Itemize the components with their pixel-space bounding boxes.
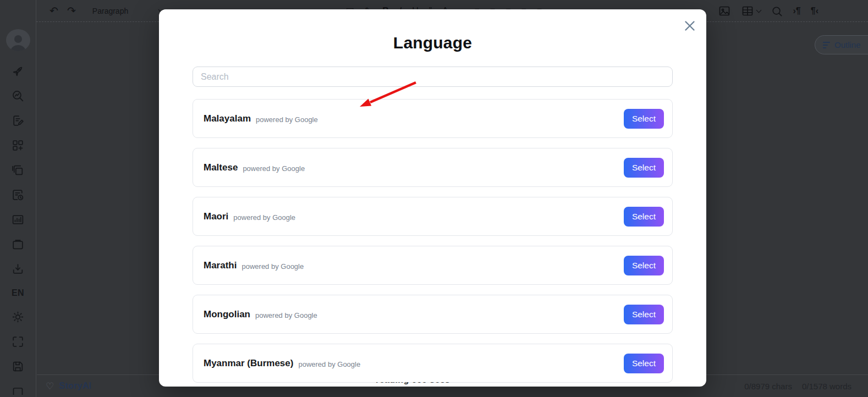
rocket-icon[interactable] xyxy=(11,64,25,78)
search-input[interactable] xyxy=(193,67,673,87)
history-document-icon[interactable] xyxy=(11,188,25,202)
add-blocks-icon[interactable] xyxy=(11,139,25,152)
language-row[interactable]: Marathi powered by Google Select xyxy=(193,246,673,285)
language-row[interactable]: Mongolian powered by Google Select xyxy=(193,295,673,334)
sidebar-extra-icon[interactable] xyxy=(11,384,25,397)
close-icon[interactable] xyxy=(683,19,697,33)
powered-by-label: powered by Google xyxy=(256,113,318,124)
avatar[interactable] xyxy=(6,29,30,51)
language-name: Malayalam xyxy=(204,113,251,124)
language-name: Maltese xyxy=(204,162,238,173)
select-language-button[interactable]: Select xyxy=(624,207,664,227)
select-language-button[interactable]: Select xyxy=(624,109,664,129)
theme-sun-icon[interactable] xyxy=(11,310,25,324)
save-icon[interactable] xyxy=(11,360,25,373)
language-name: Maori xyxy=(204,211,228,222)
heart-icon: ♡ xyxy=(46,381,54,392)
powered-by-label: powered by Google xyxy=(233,211,295,222)
search-icon[interactable] xyxy=(771,5,783,18)
powered-by-label: powered by Google xyxy=(298,358,360,368)
projects-icon[interactable] xyxy=(11,238,25,251)
language-code-button[interactable]: EN xyxy=(12,287,24,300)
fullscreen-icon[interactable] xyxy=(11,335,25,349)
seo-search-icon[interactable] xyxy=(11,89,25,103)
language-row[interactable]: Malayalam powered by Google Select xyxy=(193,99,673,138)
outline-label: Outline xyxy=(834,40,861,49)
select-language-button[interactable]: Select xyxy=(624,256,664,275)
undo-icon[interactable]: ↶ xyxy=(50,5,58,16)
outline-icon xyxy=(823,42,830,48)
direction-ltr-icon[interactable]: ›¶ xyxy=(793,7,801,15)
language-modal: Language Malayalam powered by Google Sel… xyxy=(159,9,706,387)
select-language-button[interactable]: Select xyxy=(624,354,664,373)
paragraph-style-label: Paragraph xyxy=(92,7,128,15)
language-name: Marathi xyxy=(204,260,237,271)
language-list: Malayalam powered by Google Select Malte… xyxy=(193,99,673,387)
sidebar: EN xyxy=(0,0,36,397)
language-name: Myanmar (Burmese) xyxy=(204,358,293,369)
powered-by-label: powered by Google xyxy=(241,260,304,271)
select-language-button[interactable]: Select xyxy=(624,158,664,178)
analytics-icon[interactable] xyxy=(11,213,25,227)
templates-icon[interactable] xyxy=(11,163,25,177)
select-language-button[interactable]: Select xyxy=(624,305,664,324)
powered-by-label: powered by Google xyxy=(255,309,317,319)
powered-by-label: powered by Google xyxy=(243,162,305,173)
paragraph-style-dropdown[interactable]: Paragraph xyxy=(92,7,163,15)
chevron-down-icon xyxy=(756,7,761,13)
toolbar-right-icons: ›¶ ¶‹ xyxy=(718,0,818,22)
app-root: EN ↶ ↷ Paragraph ○▣✎BIU”A●≡≡≡≡≡ xyxy=(0,0,868,397)
language-row[interactable]: Myanmar (Burmese) powered by Google Sele… xyxy=(193,344,673,383)
language-name: Mongolian xyxy=(204,309,250,320)
download-icon[interactable] xyxy=(11,262,25,276)
redo-icon[interactable]: ↷ xyxy=(67,5,76,16)
footer-counters: 0/8979 chars 0/1578 words xyxy=(744,382,851,391)
language-row[interactable]: Maltese powered by Google Select xyxy=(193,148,673,187)
direction-rtl-icon[interactable]: ¶‹ xyxy=(811,7,818,15)
insert-table-icon[interactable] xyxy=(741,4,761,18)
user-silhouette-icon xyxy=(8,32,28,51)
outline-button[interactable]: Outline xyxy=(815,35,868,54)
edit-document-icon[interactable] xyxy=(11,114,25,128)
chars-counter: 0/8979 chars xyxy=(744,382,792,391)
modal-title: Language xyxy=(159,34,706,52)
insert-image-icon[interactable] xyxy=(718,4,731,18)
words-counter: 0/1578 words xyxy=(802,382,851,391)
brand-logo[interactable]: StoryAI xyxy=(59,381,91,391)
language-row[interactable]: Maori powered by Google Select xyxy=(193,197,673,236)
